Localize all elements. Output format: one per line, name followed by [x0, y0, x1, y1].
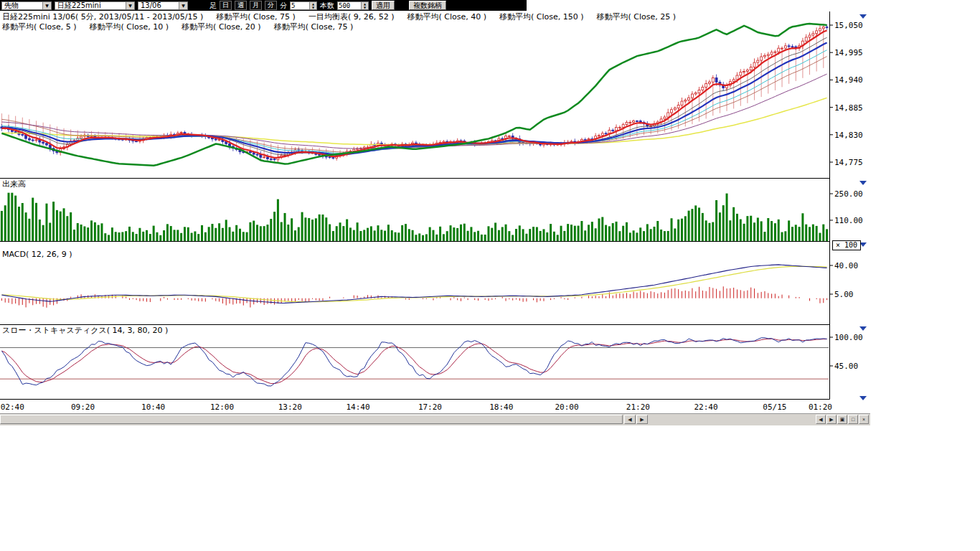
chevron-down-icon[interactable]: ▼: [126, 2, 134, 9]
page-right-button[interactable]: ▶: [826, 415, 837, 424]
svg-text:110.00: 110.00: [834, 216, 863, 225]
spin-down-icon[interactable]: ▼: [310, 6, 316, 9]
legend-item: 移動平均( Close, 5 ): [2, 22, 77, 32]
series-title: 日経225mini 13/06( 5分, 2013/05/11 - 2013/0…: [2, 12, 203, 22]
multi-symbol-button[interactable]: 複数銘柄: [409, 1, 446, 10]
svg-text:20:00: 20:00: [555, 402, 578, 412]
svg-text:21:20: 21:20: [626, 402, 650, 412]
toolbar: 先物 ▼ 日経225mini ▼ 13/06 ▼ 足 日 週 月 分 分 ▲ ▼…: [0, 0, 527, 11]
instrument-type-select[interactable]: 先物 ▼: [1, 1, 52, 10]
svg-text:13:20: 13:20: [278, 402, 302, 412]
panel-scale-arrow-icon[interactable]: [859, 14, 867, 19]
minute-stepper: ▲ ▼: [290, 1, 317, 10]
panel-scale-arrow-icon[interactable]: [859, 181, 867, 185]
svg-text:12:00: 12:00: [210, 402, 234, 412]
legend-item: 移動平均( Close, 75 ): [274, 22, 354, 32]
period-minute-button[interactable]: 分: [265, 1, 277, 10]
spinner: ▲ ▼: [361, 2, 368, 9]
symbol-value: 日経225mini: [57, 1, 101, 9]
volume-unit-badge: × 100: [832, 240, 861, 250]
svg-text:14,885: 14,885: [834, 103, 863, 113]
legend-item: 移動平均( Close, 25 ): [597, 12, 677, 22]
indicator-legend-row2: 移動平均( Close, 5 )移動平均( Close, 10 )移動平均( C…: [2, 22, 366, 32]
spinner: ▲ ▼: [309, 2, 316, 9]
svg-text:40.00: 40.00: [834, 261, 858, 270]
svg-text:14,995: 14,995: [834, 48, 863, 57]
bar-count-stepper: ▲ ▼: [337, 1, 369, 10]
scroll-right-button[interactable]: ▶: [636, 415, 648, 424]
svg-text:05/15: 05/15: [763, 402, 786, 412]
period-month-button[interactable]: 月: [250, 1, 262, 10]
svg-text:100.00: 100.00: [834, 333, 863, 342]
svg-text:10:40: 10:40: [141, 402, 165, 412]
window-control-cluster: ◀ ▶ ▣ □ ×: [816, 415, 869, 424]
period-day-button[interactable]: 日: [220, 1, 232, 10]
legend-item: 移動平均( Close, 10 ): [90, 22, 169, 32]
stoch-panel: [0, 338, 829, 386]
panel-scale-arrow-icon[interactable]: [859, 326, 867, 331]
svg-text:14:40: 14:40: [346, 402, 369, 412]
legend-item: 移動平均( Close, 20 ): [182, 22, 261, 32]
svg-text:18:40: 18:40: [489, 402, 513, 412]
svg-text:5.00: 5.00: [834, 290, 854, 299]
page-left-button[interactable]: ◀: [816, 415, 826, 424]
legend-item: 一目均衡表( 9, 26, 52 ): [308, 12, 395, 22]
svg-text:17:20: 17:20: [418, 402, 442, 412]
svg-text:14,940: 14,940: [834, 75, 863, 85]
minute-label: 分: [280, 1, 287, 11]
instrument-type-value: 先物: [4, 1, 19, 9]
contract-month-select[interactable]: 13/06 ▼: [138, 1, 188, 10]
chart-svg[interactable]: 15,05014,99514,94014,88514,83014,775250.…: [0, 0, 980, 425]
apply-button[interactable]: 適用: [372, 1, 395, 10]
svg-text:14,775: 14,775: [834, 158, 863, 167]
legend-item: 移動平均( Close, 150 ): [499, 12, 584, 22]
period-week-button[interactable]: 週: [235, 1, 247, 10]
scrollbar-thumb[interactable]: [0, 415, 623, 424]
spin-down-icon[interactable]: ▼: [362, 6, 368, 9]
svg-text:14,830: 14,830: [834, 131, 863, 140]
symbol-select[interactable]: 日経225mini ▼: [55, 1, 135, 10]
bar-type-label: 足: [209, 1, 217, 11]
panel-scale-arrow-icon[interactable]: [859, 396, 867, 400]
chevron-down-icon[interactable]: ▼: [42, 2, 51, 9]
chevron-down-icon[interactable]: ▼: [179, 2, 187, 9]
macd-panel: [1, 265, 826, 308]
svg-text:22:40: 22:40: [694, 402, 717, 412]
price-panel: [1, 24, 828, 166]
restore-button[interactable]: □: [848, 415, 858, 424]
svg-text:45.00: 45.00: [834, 362, 858, 371]
volume-panel-title: 出来高: [2, 179, 26, 189]
legend-item: 移動平均( Close, 40 ): [407, 12, 486, 22]
close-button[interactable]: ×: [859, 415, 869, 424]
minute-value-input[interactable]: [291, 2, 309, 9]
volume-panel: [1, 193, 828, 241]
svg-text:09:20: 09:20: [71, 402, 95, 412]
layout-button[interactable]: ▣: [837, 415, 847, 424]
indicator-legend-row1: 日経225mini 13/06( 5分, 2013/05/11 - 2013/0…: [2, 12, 689, 22]
chart-application-window: 15,05014,99514,94014,88514,83014,775250.…: [0, 0, 980, 551]
bar-count-label: 本数: [320, 1, 334, 11]
contract-month-value: 13/06: [141, 1, 161, 9]
legend-item: 移動平均( Close, 75 ): [216, 12, 296, 22]
stoch-panel-title: スロー・ストキャスティクス( 14, 3, 80, 20 ): [2, 325, 168, 336]
bar-count-input[interactable]: [338, 2, 361, 9]
scroll-left-button[interactable]: ◀: [624, 415, 636, 424]
horizontal-scrollbar[interactable]: ◀ ▶ ◀ ▶ ▣ □ ×: [0, 413, 870, 425]
svg-text:15,050: 15,050: [834, 21, 863, 30]
svg-text:01:20: 01:20: [809, 402, 832, 412]
svg-text:250.00: 250.00: [834, 189, 863, 199]
svg-text:02:40: 02:40: [1, 402, 24, 412]
macd-panel-title: MACD( 12, 26, 9 ): [2, 250, 72, 259]
